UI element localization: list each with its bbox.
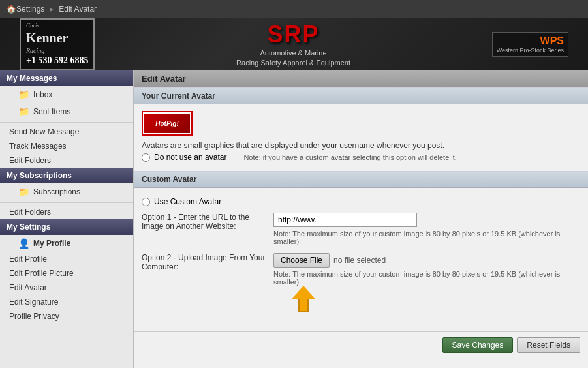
- url-input[interactable]: [273, 213, 417, 227]
- footer-buttons: Save Changes Reset Fields: [134, 331, 588, 358]
- inbox-icon: 📁: [18, 89, 29, 100]
- sidebar: My Messages 📁 Inbox 📁 Sent Items Send Ne…: [0, 70, 134, 368]
- sidebar-item-edit-avatar[interactable]: Edit Avatar: [0, 281, 133, 295]
- sidebar-item-send-message[interactable]: Send New Message: [0, 125, 133, 139]
- profile-icon: 👤: [18, 238, 29, 249]
- home-icon[interactable]: 🏠: [7, 5, 16, 14]
- no-file-text: no file selected: [333, 256, 386, 265]
- current-avatar-body: HotPig! Avatars are small graphics that …: [134, 104, 588, 171]
- file-note: Note: The maximum size of your custom im…: [273, 270, 580, 286]
- subscriptions-icon: 📁: [18, 187, 29, 197]
- avatar-preview: HotPig!: [142, 111, 193, 136]
- divider2: [0, 202, 133, 203]
- save-changes-button[interactable]: Save Changes: [442, 337, 514, 353]
- current-page-label: Edit Avatar: [59, 5, 97, 14]
- option1-label: Option 1 - Enter the URL to the Image on…: [142, 213, 266, 231]
- avatar-description: Avatars are small graphics that are disp…: [142, 141, 580, 150]
- content-header: Edit Avatar: [134, 70, 588, 87]
- kenner-logo: Chris Kenner Racing +1 530 592 6885: [20, 18, 95, 70]
- do-not-use-radio[interactable]: [142, 153, 150, 162]
- note-delete-text: Note: if you have a custom avatar select…: [243, 153, 457, 161]
- my-messages-header: My Messages: [0, 70, 133, 86]
- sidebar-item-subscriptions[interactable]: 📁 Subscriptions: [0, 183, 133, 200]
- current-avatar-section-title: Your Current Avatar: [134, 87, 588, 104]
- use-custom-radio[interactable]: [142, 198, 150, 206]
- wps-logo: WPS Western Pro-Stock Series: [492, 32, 568, 57]
- option2-row: Option 2 - Upload Image From Your Comput…: [142, 253, 580, 312]
- option2-control: Choose File no file selected Note: The m…: [273, 253, 580, 312]
- use-custom-row: Use Custom Avatar: [142, 197, 580, 206]
- use-custom-label: Use Custom Avatar: [154, 197, 221, 206]
- sidebar-item-inbox[interactable]: 📁 Inbox: [0, 86, 133, 103]
- sidebar-item-edit-folders2[interactable]: Edit Folders: [0, 205, 133, 219]
- settings-link[interactable]: Settings: [16, 5, 44, 14]
- content-area: Edit Avatar Your Current Avatar HotPig! …: [134, 70, 588, 368]
- sidebar-item-my-profile[interactable]: 👤 My Profile: [0, 235, 133, 252]
- arrow-indicator: [293, 286, 314, 312]
- do-not-use-row: Do not use an avatar Note: if you have a…: [142, 153, 580, 162]
- sidebar-item-profile-privacy[interactable]: Profile Privacy: [0, 309, 133, 324]
- option1-control: Note: The maximum size of your custom im…: [273, 213, 580, 245]
- my-subscriptions-header: My Subscriptions: [0, 168, 133, 183]
- sidebar-item-sent[interactable]: 📁 Sent Items: [0, 103, 133, 120]
- custom-avatar-body: Use Custom Avatar Option 1 - Enter the U…: [134, 188, 588, 326]
- sidebar-item-edit-profile-picture[interactable]: Edit Profile Picture: [0, 266, 133, 281]
- breadcrumb: 🏠 Settings ► Edit Avatar: [0, 0, 588, 18]
- option1-row: Option 1 - Enter the URL to the Image on…: [142, 213, 580, 245]
- breadcrumb-separator: ►: [48, 6, 55, 13]
- reset-fields-button[interactable]: Reset Fields: [517, 337, 580, 353]
- my-settings-header: My Settings: [0, 219, 133, 235]
- srp-logo: SRP Automotive & Marine Racing Safety Ap…: [108, 21, 478, 69]
- avatar-image: HotPig!: [144, 114, 190, 133]
- sidebar-item-edit-folders[interactable]: Edit Folders: [0, 153, 133, 168]
- sidebar-item-edit-signature[interactable]: Edit Signature: [0, 295, 133, 309]
- sidebar-item-edit-profile[interactable]: Edit Profile: [0, 252, 133, 266]
- url-note: Note: The maximum size of your custom im…: [273, 230, 580, 245]
- choose-file-button[interactable]: Choose File: [273, 253, 330, 268]
- custom-avatar-section-title: Custom Avatar: [134, 171, 588, 188]
- divider1: [0, 122, 133, 123]
- sent-icon: 📁: [18, 106, 29, 117]
- file-row: Choose File no file selected: [273, 253, 580, 268]
- banner: Chris Kenner Racing +1 530 592 6885 SRP …: [0, 18, 588, 70]
- do-not-use-label: Do not use an avatar: [154, 153, 226, 162]
- sidebar-item-track-messages[interactable]: Track Messages: [0, 139, 133, 153]
- option2-label: Option 2 - Upload Image From Your Comput…: [142, 253, 266, 271]
